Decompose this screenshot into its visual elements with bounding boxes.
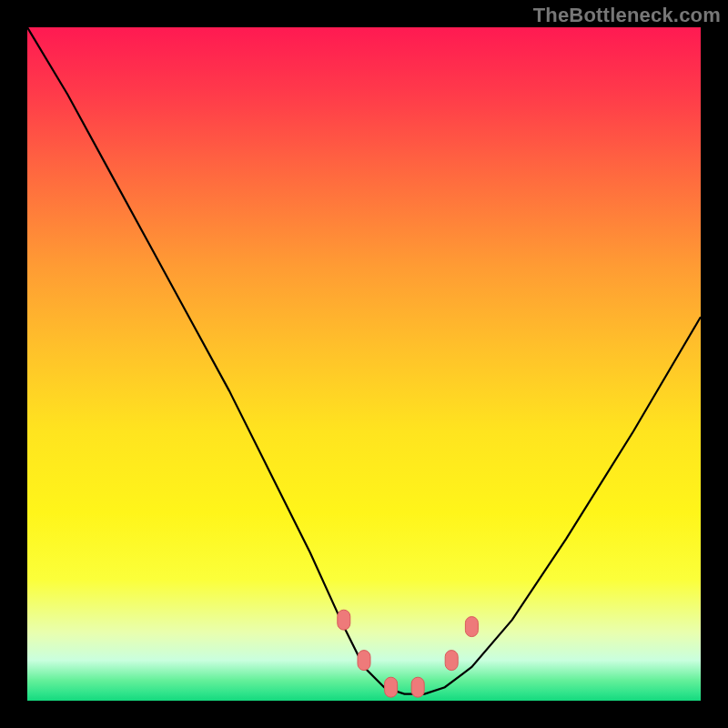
marker-floor-1 [385, 677, 398, 697]
marker-right-2 [465, 617, 478, 637]
bottleneck-curve [27, 27, 701, 694]
marker-right-1 [445, 651, 458, 671]
marker-floor-2 [411, 677, 424, 697]
chart-frame: TheBottleneck.com [0, 0, 728, 728]
marker-left-1 [338, 610, 350, 630]
watermark-text: TheBottleneck.com [533, 4, 721, 27]
marker-group [338, 610, 479, 697]
chart-svg [27, 27, 701, 701]
marker-left-2 [358, 651, 370, 671]
